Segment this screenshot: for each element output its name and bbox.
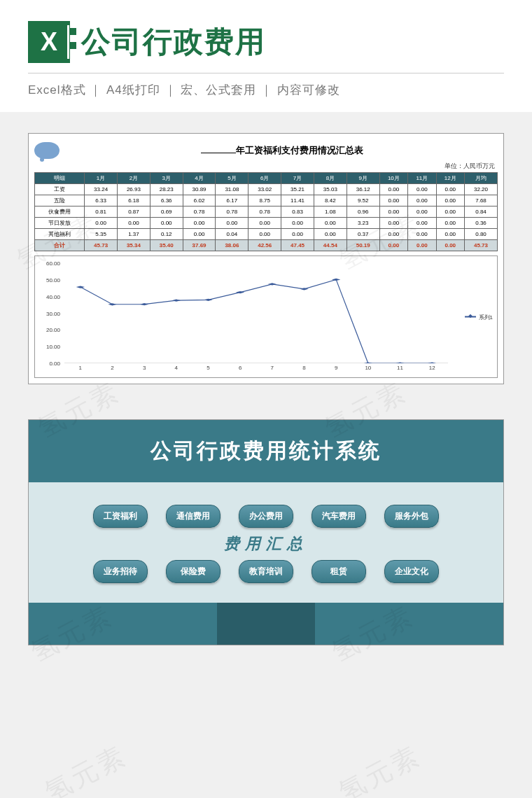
table-header-cell: 明细 <box>35 173 85 184</box>
row-value: 0.00 <box>408 184 436 195</box>
sheet-preview-system: 公司行政费用统计系统 工资福利通信费用办公费用汽车费用服务外包 费用汇总 业务招… <box>28 419 504 645</box>
row-value: 0.81 <box>85 206 118 218</box>
row-value: 0.00 <box>314 218 346 229</box>
x-tick-label: 8 <box>302 365 305 371</box>
svg-rect-1 <box>76 286 85 288</box>
total-label: 合计 <box>35 240 85 251</box>
category-button[interactable]: 业务招待 <box>93 560 148 583</box>
salary-table: 明细1月2月3月4月5月6月7月8月9月10月11月12月月均 工资33.242… <box>34 172 498 251</box>
row-value: 6.17 <box>216 195 248 206</box>
sheet1-title-text: 年工资福利支付费用情况汇总表 <box>236 145 363 155</box>
row-value: 32.20 <box>465 184 498 195</box>
table-header-cell: 7月 <box>281 173 314 184</box>
table-row: 其他福利5.351.370.120.000.040.000.000.000.37… <box>35 229 498 240</box>
row-value: 0.78 <box>216 206 248 218</box>
footer-bar-right <box>315 603 503 645</box>
category-button[interactable]: 工资福利 <box>93 505 148 528</box>
x-tick-label: 1 <box>79 365 82 371</box>
row-value: 7.68 <box>465 195 498 206</box>
row-value: 0.00 <box>379 206 407 218</box>
chart-y-axis: 0.0010.0020.0030.0040.0050.0060.00 <box>35 263 62 363</box>
row-value: 6.36 <box>150 195 183 206</box>
sheet1-unit-label: 单位：人民币万元 <box>34 162 498 171</box>
x-tick-label: 4 <box>175 365 178 371</box>
footer-bar-center <box>217 603 315 645</box>
row-value: 33.24 <box>85 184 118 195</box>
category-button[interactable]: 企业文化 <box>384 560 439 583</box>
y-tick-label: 60.00 <box>46 260 60 267</box>
row-value: 0.00 <box>118 218 150 229</box>
table-header-cell: 8月 <box>314 173 346 184</box>
x-tick-label: 12 <box>429 365 435 371</box>
sheet-preview-salary: 年工资福利支付费用情况汇总表 单位：人民币万元 明细1月2月3月4月5月6月7月… <box>28 133 504 384</box>
row-value: 0.00 <box>150 218 183 229</box>
table-header-cell: 月均 <box>465 173 498 184</box>
svg-rect-12 <box>428 362 436 363</box>
svg-rect-4 <box>172 300 181 302</box>
system-banner: 公司行政费用统计系统 <box>29 420 503 482</box>
total-value: 0.00 <box>379 240 407 251</box>
row-value: 0.78 <box>183 206 216 218</box>
category-button[interactable]: 通信费用 <box>166 505 220 528</box>
chart-x-axis: 123456789101112 <box>64 365 448 374</box>
table-header-cell: 10月 <box>379 173 407 184</box>
total-value: 47.45 <box>281 240 314 251</box>
row-value: 28.23 <box>150 184 183 195</box>
row-value: 0.04 <box>216 229 248 240</box>
row-value: 0.00 <box>183 229 216 240</box>
row-value: 35.03 <box>314 184 346 195</box>
row-value: 0.00 <box>183 218 216 229</box>
table-row: 节日发放0.000.000.000.000.000.000.000.003.23… <box>35 218 498 229</box>
svg-rect-2 <box>108 303 116 305</box>
svg-rect-3 <box>140 303 148 305</box>
x-tick-label: 5 <box>206 365 209 371</box>
total-value: 35.40 <box>150 240 183 251</box>
row-value: 0.96 <box>346 206 379 218</box>
table-header-cell: 11月 <box>408 173 436 184</box>
category-row-2: 业务招待保险费教育培训租赁企业文化 <box>43 560 489 583</box>
total-value: 42.56 <box>248 240 281 251</box>
table-header-cell: 2月 <box>118 173 150 184</box>
x-tick-label: 3 <box>143 365 146 371</box>
category-button[interactable]: 教育培训 <box>239 560 293 583</box>
system-body: 工资福利通信费用办公费用汽车费用服务外包 费用汇总 业务招待保险费教育培训租赁企… <box>29 482 503 603</box>
sheet1-title: 年工资福利支付费用情况汇总表 <box>66 144 498 157</box>
system-footer <box>29 603 503 645</box>
footer-bar-left <box>29 603 217 645</box>
summary-label: 费用汇总 <box>43 533 489 554</box>
row-value: 0.00 <box>436 218 464 229</box>
x-tick-label: 2 <box>111 365 113 371</box>
row-value: 33.02 <box>248 184 281 195</box>
row-value: 1.08 <box>314 206 346 218</box>
category-button[interactable]: 租赁 <box>312 560 366 583</box>
row-value: 31.08 <box>216 184 248 195</box>
row-value: 0.00 <box>248 229 281 240</box>
total-value: 0.00 <box>408 240 436 251</box>
row-value: 36.12 <box>346 184 379 195</box>
category-button[interactable]: 保险费 <box>166 560 220 583</box>
row-value: 0.83 <box>281 206 314 218</box>
x-tick-label: 7 <box>271 365 274 371</box>
callout-icon <box>34 142 59 159</box>
total-value: 37.69 <box>183 240 216 251</box>
row-value: 0.12 <box>150 229 183 240</box>
row-value: 0.00 <box>408 229 436 240</box>
table-header-cell: 9月 <box>346 173 379 184</box>
category-button[interactable]: 服务外包 <box>384 505 439 528</box>
table-total-row: 合计45.7335.3435.4037.6938.0642.5647.4544.… <box>35 240 498 251</box>
svg-rect-11 <box>396 362 404 363</box>
row-value: 0.87 <box>118 206 150 218</box>
y-tick-label: 0.00 <box>49 360 60 367</box>
total-value: 0.00 <box>436 240 464 251</box>
row-value: 0.00 <box>379 218 407 229</box>
table-row: 伙食费用0.810.870.690.780.780.780.831.080.96… <box>35 206 498 218</box>
category-button[interactable]: 办公费用 <box>239 505 293 528</box>
y-tick-label: 20.00 <box>46 327 60 333</box>
table-header-cell: 1月 <box>85 173 118 184</box>
row-value: 26.93 <box>118 184 150 195</box>
row-value: 0.00 <box>408 206 436 218</box>
legend-label: 系列1 <box>479 313 493 321</box>
row-value: 6.33 <box>85 195 118 206</box>
category-button[interactable]: 汽车费用 <box>312 505 366 528</box>
row-value: 0.00 <box>281 229 314 240</box>
